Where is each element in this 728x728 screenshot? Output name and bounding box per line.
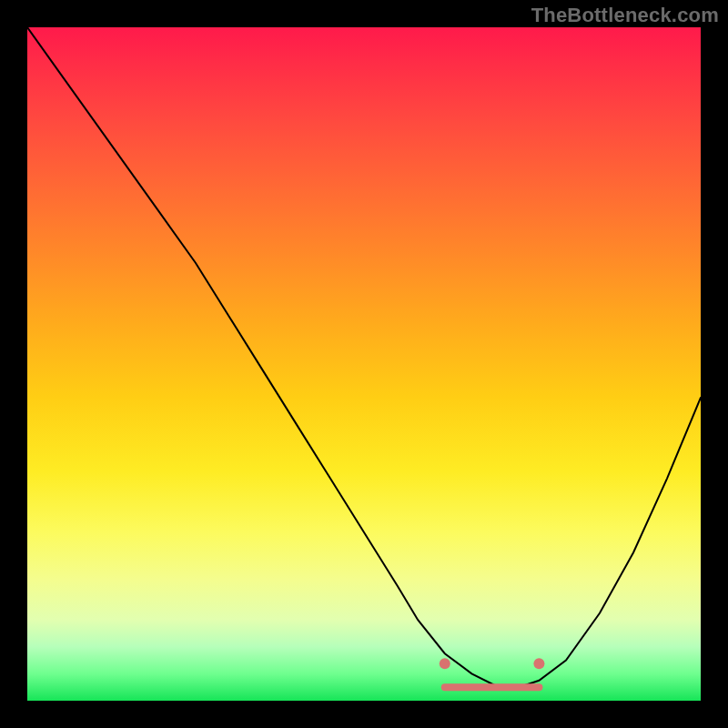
optimal-end-dot bbox=[533, 658, 544, 669]
watermark-text: TheBottleneck.com bbox=[531, 4, 719, 27]
curve-layer bbox=[27, 27, 701, 701]
optimal-start-dot bbox=[440, 658, 450, 669]
plot-area bbox=[27, 27, 701, 701]
bottleneck-curve bbox=[27, 27, 701, 687]
chart-frame: TheBottleneck.com bbox=[0, 0, 728, 728]
